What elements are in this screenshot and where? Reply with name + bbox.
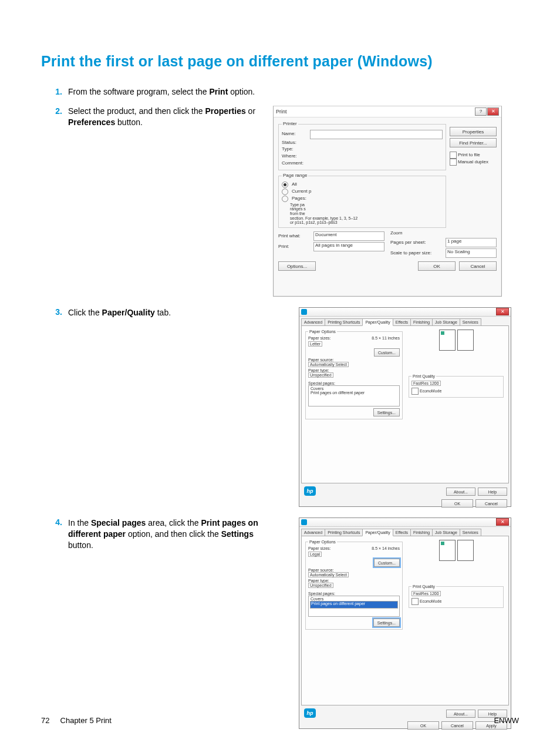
step-2: 2. Select the product, and then click th… (41, 106, 519, 297)
about-button[interactable]: About... (446, 488, 475, 496)
name-label: Name: (282, 131, 308, 137)
page-preview (436, 540, 477, 569)
ok-button[interactable]: OK (441, 499, 473, 508)
brand-label: ENWW (494, 716, 519, 725)
tab-shortcuts[interactable]: Printing Shortcuts (325, 318, 363, 325)
print-dialog: Print ? ✕ Printer Name: Status: T (273, 106, 502, 297)
hp-icon (301, 519, 307, 525)
tab-advanced[interactable]: Advanced (301, 318, 325, 325)
comment-label: Comment: (282, 160, 308, 167)
help-icon[interactable]: ? (475, 107, 487, 116)
economode-checkbox[interactable] (411, 388, 419, 395)
print-select[interactable]: All pages in range (313, 242, 384, 251)
settings-button[interactable]: Settings... (373, 408, 400, 416)
step-number: 4. (41, 518, 68, 527)
type-label: Type: (282, 146, 308, 153)
where-label: Where: (282, 153, 308, 160)
paper-size-dim: 8.5 × 11 inches (372, 336, 400, 340)
zoom-label: Zoom (390, 230, 497, 237)
step-number: 3. (41, 307, 68, 317)
close-icon[interactable]: ✕ (487, 107, 499, 116)
hp-icon (301, 309, 307, 315)
tab-finishing[interactable]: Finishing (410, 529, 433, 536)
economode-checkbox[interactable] (411, 598, 419, 605)
tab-paper-quality[interactable]: Paper/Quality (362, 529, 393, 536)
tab-services[interactable]: Services (460, 529, 481, 536)
step-text: From the software program, select the Pr… (68, 86, 265, 98)
step-text: In the Special pages area, click the Pri… (68, 518, 265, 551)
pagerange-legend: Page range (282, 173, 308, 179)
tabs: Advanced Printing Shortcuts Paper/Qualit… (301, 529, 509, 536)
radio-pages[interactable] (282, 196, 288, 202)
paper-source-select[interactable]: Automatically Select (308, 572, 349, 577)
close-icon[interactable]: ✕ (496, 518, 509, 526)
tab-effects[interactable]: Effects (393, 529, 411, 536)
paper-type-select[interactable]: Unspecified (308, 583, 333, 588)
page-footer: 72 Chapter 5 Print ENWW (41, 716, 519, 725)
status-label: Status: (282, 140, 308, 146)
manual-duplex-checkbox[interactable] (450, 159, 457, 166)
tab-effects[interactable]: Effects (393, 318, 411, 325)
print-quality-select[interactable]: FastRes 1200 (411, 381, 441, 386)
page-title: Print the first or last page on differen… (41, 53, 519, 70)
pages-per-sheet-select[interactable]: 1 page (446, 238, 497, 247)
special-pages-list[interactable]: Covers Print pages on different paper (308, 596, 400, 617)
tab-services[interactable]: Services (460, 318, 481, 325)
step-text: Click the Paper/Quality tab. (68, 307, 265, 318)
print-to-file-checkbox[interactable] (450, 152, 457, 159)
paper-source-select[interactable]: Automatically Select (308, 362, 349, 367)
paper-size-dim: 8.5 × 14 inches (372, 546, 400, 550)
tab-advanced[interactable]: Advanced (301, 529, 325, 536)
special-pages-list[interactable]: Covers Print pages on different paper (308, 385, 400, 406)
find-printer-button[interactable]: Find Printer... (450, 138, 497, 147)
step-text: Select the product, and then click the P… (68, 106, 265, 128)
step-number: 1. (41, 86, 68, 98)
help-button[interactable]: Help (478, 488, 507, 496)
radio-all[interactable] (282, 182, 288, 188)
printer-name-select[interactable] (310, 130, 443, 139)
properties-dialog: ✕ Advanced Printing Shortcuts Paper/Qual… (299, 518, 511, 729)
paper-type-select[interactable]: Unspecified (308, 372, 333, 378)
window-title: Print (276, 108, 287, 115)
custom-button[interactable]: Custom... (374, 348, 400, 357)
cancel-button[interactable]: Cancel (475, 499, 507, 508)
print-quality-select[interactable]: FastRes 1200 (411, 591, 441, 596)
chapter-label: Chapter 5 Print (60, 716, 112, 725)
properties-dialog: ✕ Advanced Printing Shortcuts Paper/Qual… (299, 307, 511, 507)
print-what-select[interactable]: Document (313, 231, 384, 241)
step-number: 2. (41, 106, 68, 117)
paper-size-select[interactable]: Legal (308, 552, 322, 557)
printer-legend: Printer (282, 121, 298, 127)
tab-paper-quality[interactable]: Paper/Quality (362, 318, 393, 326)
close-icon[interactable]: ✕ (496, 308, 509, 315)
custom-button[interactable]: Custom... (374, 559, 400, 567)
tab-jobstorage[interactable]: Job Storage (432, 529, 460, 536)
properties-button[interactable]: Properties (450, 127, 497, 136)
cancel-button[interactable]: Cancel (459, 261, 497, 271)
ok-button[interactable]: OK (418, 261, 456, 271)
step-1: 1. From the software program, select the… (41, 86, 519, 98)
tab-jobstorage[interactable]: Job Storage (432, 318, 460, 325)
tab-finishing[interactable]: Finishing (410, 318, 433, 325)
settings-button[interactable]: Settings... (373, 619, 400, 627)
tabs: Advanced Printing Shortcuts Paper/Qualit… (301, 318, 509, 326)
options-button[interactable]: Options... (278, 261, 316, 271)
hp-logo-icon: hp (304, 486, 316, 496)
scale-to-paper-select[interactable]: No Scaling (446, 248, 497, 258)
tab-shortcuts[interactable]: Printing Shortcuts (325, 529, 363, 536)
radio-current[interactable] (282, 189, 288, 195)
page-preview (436, 330, 477, 359)
paper-size-select[interactable]: Letter (308, 341, 322, 347)
page-number: 72 (41, 716, 49, 725)
